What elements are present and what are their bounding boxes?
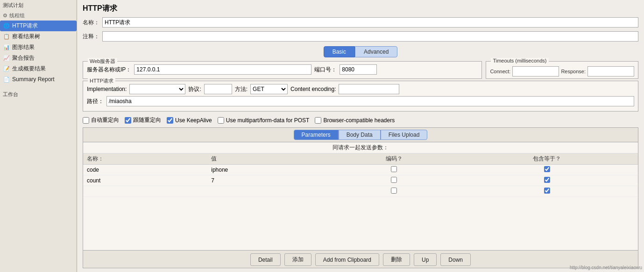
delete-button[interactable]: 删除 [383, 253, 410, 266]
name-label: 名称： [83, 19, 99, 27]
keepalive-check[interactable]: Use KeepAlive [167, 117, 212, 124]
content-area: 名称： 注释： Basic Advanced Web服务器 服务器名称或IP： … [77, 16, 644, 272]
detail-button[interactable]: Detail [250, 253, 281, 266]
encoding-input[interactable] [339, 84, 399, 94]
aggregate-icon: 📈 [3, 55, 10, 62]
protocol-input[interactable] [204, 84, 232, 94]
param-encode-cell [332, 186, 456, 197]
main-panel: HTTP请求 名称： 注释： Basic Advanced Web服务器 服务器… [77, 0, 644, 272]
browser-headers-check[interactable]: Browser-compatible headers [315, 117, 395, 124]
comment-label: 注释： [83, 33, 99, 41]
follow-redirect-checkbox[interactable] [125, 117, 131, 124]
add-clipboard-button[interactable]: Add from Clipboard [315, 253, 379, 266]
method-label: 方法: [235, 85, 248, 93]
tab-parameters[interactable]: Parameters [294, 130, 339, 140]
web-server-section: Web服务器 服务器名称或IP： 端口号： [83, 61, 482, 79]
col-value-header: 值 [207, 153, 332, 165]
server-input[interactable] [134, 64, 311, 75]
http-request-icon: 🌐 [3, 22, 10, 30]
up-button[interactable]: Up [414, 253, 437, 266]
param-include-cell [456, 175, 638, 186]
params-section: Parameters Body Data Files Upload 同请求一起发… [83, 127, 638, 268]
server-label: 服务器名称或IP： [87, 66, 131, 74]
include-checkbox[interactable] [544, 188, 550, 194]
param-include-cell [456, 165, 638, 175]
sidebar-group: ⚙ 线程组 🌐 HTTP请求 📋 察看结果树 📊 图形结果 📈 聚合报告 📝 生… [0, 10, 77, 85]
path-input[interactable] [106, 96, 634, 106]
param-value-cell [207, 186, 332, 197]
summary-icon: 📝 [3, 65, 10, 73]
encode-checkbox[interactable] [391, 188, 397, 194]
connect-input[interactable] [512, 66, 559, 77]
method-select[interactable]: GET POST PUT DELETE [250, 84, 288, 94]
tab-body-data[interactable]: Body Data [339, 130, 381, 140]
impl-select[interactable] [129, 84, 185, 94]
page-title: HTTP请求 [77, 0, 644, 16]
port-label: 端口号： [314, 66, 337, 74]
browser-headers-checkbox[interactable] [315, 117, 321, 124]
watermark: http://blog.csdn.net/tianyaleixiaowu [570, 265, 642, 270]
encode-checkbox[interactable] [391, 177, 397, 183]
sidebar-item-http-request[interactable]: 🌐 HTTP请求 [0, 21, 77, 31]
sidebar-item-generate-summary[interactable]: 📝 生成概要结果 [0, 63, 77, 74]
param-include-cell [456, 186, 638, 197]
basic-advanced-tab-bar: Basic Advanced [83, 44, 638, 59]
keepalive-checkbox[interactable] [167, 117, 173, 124]
encoding-label: Content encoding: [290, 86, 336, 92]
protocol-label: 协议: [188, 85, 201, 93]
web-server-legend: Web服务器 [88, 58, 117, 65]
http-legend: HTTP请求 [88, 77, 115, 84]
sidebar-item-view-results[interactable]: 📋 察看结果树 [0, 31, 77, 42]
comment-input[interactable] [102, 31, 638, 42]
graph-icon: 📊 [3, 44, 10, 51]
encode-checkbox[interactable] [391, 166, 397, 172]
tab-advanced[interactable]: Advanced [355, 46, 397, 57]
param-encode-cell [332, 165, 456, 175]
timeouts-section: Timeouts (milliseconds) Connect: Respons… [486, 61, 638, 79]
name-input[interactable] [102, 17, 638, 28]
include-checkbox[interactable] [544, 166, 550, 172]
tab-basic[interactable]: Basic [324, 46, 355, 57]
workbench-label: 工作台 [0, 89, 77, 99]
bottom-buttons: Detail 添加 Add from Clipboard 删除 Up Down [83, 250, 638, 268]
param-encode-cell [332, 175, 456, 186]
multipart-check[interactable]: Use multipart/form-data for POST [218, 117, 310, 124]
sidebar-group-label: ⚙ 线程组 [0, 11, 77, 21]
auto-redirect-check[interactable]: 自动重定向 [83, 116, 119, 124]
include-checkbox[interactable] [544, 177, 550, 183]
impl-label: Implementation: [87, 86, 127, 92]
params-table: 名称： 值 编码？ 包含等于？ codeiphonecount7 [83, 153, 638, 250]
table-row: count7 [83, 175, 638, 186]
path-label: 路径： [87, 98, 104, 105]
down-button[interactable]: Down [440, 253, 471, 266]
comment-row: 注释： [83, 30, 638, 42]
param-name-cell: count [83, 175, 207, 186]
tab-files-upload[interactable]: Files Upload [381, 130, 428, 140]
col-encode-header: 编码？ [332, 153, 456, 165]
param-value-cell: iphone [207, 165, 332, 175]
multipart-checkbox[interactable] [218, 117, 224, 124]
sidebar-item-graph-results[interactable]: 📊 图形结果 [0, 42, 77, 53]
thread-group-icon: ⚙ [3, 13, 7, 19]
sidebar-section-title: 测试计划 [0, 0, 77, 10]
col-include-header: 包含等于？ [456, 153, 638, 165]
params-data-table: 名称： 值 编码？ 包含等于？ codeiphonecount7 [83, 153, 638, 197]
sidebar-item-summary-report[interactable]: 📄 Summary Report [0, 74, 77, 84]
params-tab-bar: Parameters Body Data Files Upload [83, 128, 638, 142]
col-name-header: 名称： [83, 153, 207, 165]
follow-redirect-check[interactable]: 跟随重定向 [125, 116, 161, 124]
server-row: 服务器名称或IP： 端口号： [87, 64, 478, 75]
add-button[interactable]: 添加 [284, 253, 311, 266]
auto-redirect-checkbox[interactable] [83, 117, 89, 124]
timeouts-row: Connect: Response: [490, 66, 634, 77]
port-input[interactable] [340, 64, 377, 75]
connect-label: Connect: [490, 69, 510, 74]
checkboxes-row: 自动重定向 跟随重定向 Use KeepAlive Use multipart/… [83, 115, 638, 126]
sidebar-item-aggregate-report[interactable]: 📈 聚合报告 [0, 53, 77, 63]
response-input[interactable] [587, 66, 634, 77]
table-row: codeiphone [83, 165, 638, 175]
response-label: Response: [561, 69, 586, 74]
view-results-icon: 📋 [3, 33, 10, 41]
timeouts-legend: Timeouts (milliseconds) [491, 58, 548, 63]
http-impl-row: Implementation: 协议: 方法: GET POST PUT DEL… [87, 84, 634, 94]
